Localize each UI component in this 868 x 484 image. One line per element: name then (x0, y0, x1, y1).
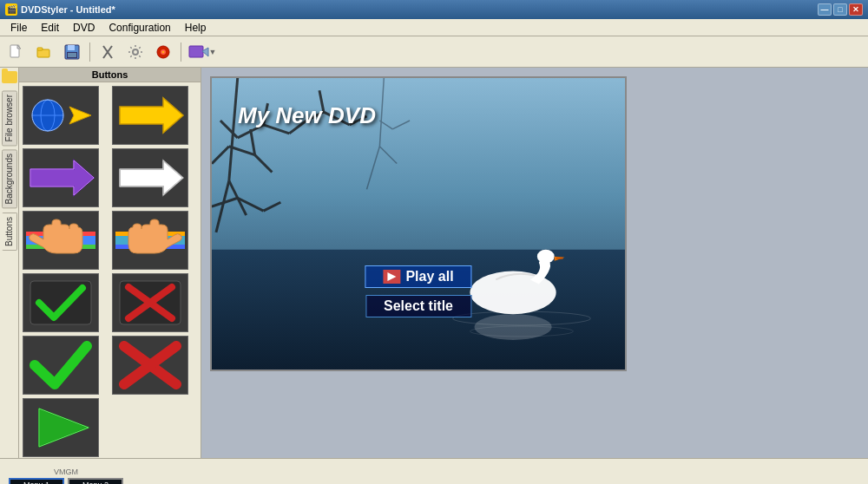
menu-thumbnail-area: VMGM Menu 1 Menu 2 (9, 468, 123, 485)
svg-marker-38 (39, 409, 89, 447)
buttons-panel: Buttons (19, 68, 201, 458)
svg-marker-20 (69, 107, 91, 124)
side-tabs: File browser Backgrounds Buttons (0, 68, 19, 458)
open-button[interactable] (31, 40, 57, 64)
left-sidebar: File browser Backgrounds Buttons Buttons (0, 68, 201, 458)
maximize-button[interactable]: □ (833, 3, 847, 16)
button-tile-star-arrow[interactable] (112, 86, 188, 145)
app-icon: 🎬 (5, 3, 17, 16)
select-title-label: Select title (384, 298, 453, 314)
save-button[interactable] (59, 40, 85, 64)
file-browser-folder-icon[interactable] (2, 71, 17, 83)
svg-point-10 (133, 49, 138, 55)
svg-rect-14 (189, 46, 203, 57)
settings-button[interactable] (122, 40, 148, 64)
title-bar-text: DVDStyler - Untitled* (21, 4, 115, 15)
title-bar: 🎬 DVDStyler - Untitled* — □ ✕ (0, 0, 868, 19)
button-tile-play-green[interactable] (23, 398, 99, 457)
svg-marker-72 (387, 272, 396, 281)
menu-thumb-1[interactable]: Menu 1 (9, 478, 64, 485)
toolbar-separator-1 (89, 43, 90, 62)
play-all-label: Play all (405, 269, 453, 285)
tab-buttons[interactable]: Buttons (2, 213, 17, 251)
svg-rect-5 (68, 45, 75, 50)
button-tile-globe-arrow[interactable] (23, 86, 99, 145)
main-area: File browser Backgrounds Buttons Buttons (0, 68, 868, 458)
button-tile-hand-left[interactable] (23, 211, 99, 270)
panel-content (19, 82, 201, 458)
vmgm-label: VMGM (54, 468, 78, 476)
menu-thumbnails: Menu 1 Menu 2 (9, 478, 123, 485)
menu-file[interactable]: File (3, 19, 34, 36)
dvd-buttons-area: Play all Select title (365, 265, 471, 317)
button-tile-white-arrow[interactable] (112, 148, 188, 207)
tab-file-browser[interactable]: File browser (2, 90, 17, 146)
svg-point-13 (162, 51, 164, 53)
menu-help[interactable]: Help (178, 19, 214, 36)
play-all-icon (383, 270, 400, 284)
svg-rect-68 (556, 258, 563, 259)
toolbar: ▼ (0, 36, 868, 68)
close-button[interactable]: ✕ (849, 3, 863, 16)
menu-1-label: Menu 1 (10, 480, 62, 485)
menu-thumb-2[interactable]: Menu 2 (68, 478, 123, 485)
extra-button[interactable]: ▼ (186, 40, 219, 64)
toolbar-separator-2 (181, 43, 181, 62)
window-controls: — □ ✕ (818, 3, 863, 16)
button-tile-hand-right[interactable] (112, 211, 188, 270)
dvd-button-play-all[interactable]: Play all (365, 265, 471, 288)
panel-header: Buttons (19, 68, 201, 82)
dvd-button-select-title[interactable]: Select title (365, 295, 471, 317)
svg-rect-3 (37, 48, 43, 50)
svg-marker-21 (120, 98, 183, 133)
menu-dvd[interactable]: DVD (66, 19, 102, 36)
svg-point-67 (537, 250, 555, 264)
dvd-title: My New DVD (238, 102, 376, 129)
bottom-panel: VMGM Menu 1 Menu 2 (0, 458, 868, 484)
svg-rect-7 (68, 53, 76, 57)
menu-configuration[interactable]: Configuration (102, 19, 177, 36)
button-tile-purple-arrow[interactable] (23, 148, 99, 207)
canvas-area: My New DVD Play all Select title (201, 68, 868, 458)
svg-marker-24 (120, 160, 183, 195)
button-tile-check-green[interactable] (23, 273, 99, 332)
burn-button[interactable] (150, 40, 176, 64)
button-tile-x-large[interactable] (112, 336, 188, 395)
cut-button[interactable] (95, 40, 121, 64)
new-button[interactable] (3, 40, 30, 64)
button-tile-x-red[interactable] (112, 273, 188, 332)
menu-bar: File Edit DVD Configuration Help (0, 19, 868, 36)
menu-2-label: Menu 2 (69, 480, 122, 485)
menu-edit[interactable]: Edit (34, 19, 66, 36)
button-tile-check-large[interactable] (23, 336, 99, 395)
minimize-button[interactable]: — (818, 3, 832, 16)
tab-backgrounds[interactable]: Backgrounds (2, 149, 17, 208)
dvd-preview[interactable]: My New DVD Play all Select title (210, 76, 627, 371)
svg-marker-22 (30, 160, 94, 195)
